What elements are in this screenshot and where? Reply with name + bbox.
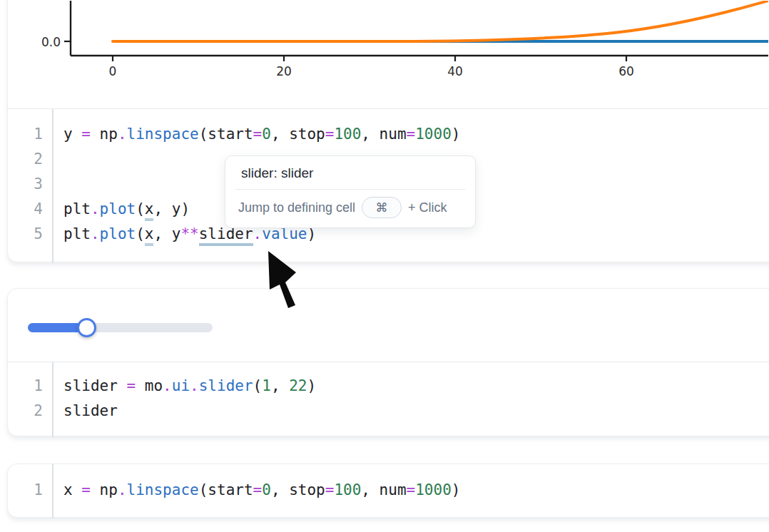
- code-editor-slider[interactable]: 1slider = mo.ui.slider(1, 22)2slider: [8, 362, 769, 437]
- cell-x: 1x = np.linspace(start=0, stop=100, num=…: [7, 464, 769, 518]
- tooltip-title: slider: slider: [225, 156, 475, 189]
- command-key-icon: ⌘: [362, 197, 402, 218]
- tooltip-click-label: + Click: [408, 200, 447, 215]
- code-token: slider: [199, 377, 253, 394]
- code-token: 1000: [415, 481, 452, 498]
- code-token: 0: [262, 126, 271, 143]
- code-token: plot: [100, 225, 136, 242]
- code-token: 1: [262, 377, 271, 394]
- code-token: mo: [136, 377, 163, 394]
- code-line[interactable]: 1x = np.linspace(start=0, stop=100, num=…: [8, 478, 769, 503]
- tooltip-action-label: Jump to defining cell: [238, 200, 355, 215]
- matplotlib-figure: 0.0 0 20 40 60: [8, 1, 768, 123]
- code-token: plot: [100, 200, 136, 218]
- code-token: linspace: [127, 126, 199, 143]
- mouse-cursor-icon: [263, 251, 300, 311]
- code-token: y: [63, 126, 81, 143]
- code-text: y = np.linspace(start=0, stop=100, num=1…: [52, 122, 460, 147]
- code-token: =: [325, 126, 335, 143]
- code-token: ): [452, 481, 461, 498]
- code-token: =: [81, 126, 91, 143]
- slider-output: [8, 289, 769, 362]
- line-number: 4: [8, 197, 52, 222]
- code-line[interactable]: 2slider: [8, 399, 769, 424]
- code-token: =: [253, 126, 263, 143]
- line-number: 2: [8, 147, 52, 172]
- code-token: =: [407, 481, 416, 498]
- code-token: plt: [63, 225, 91, 242]
- code-token: 22: [289, 377, 307, 394]
- code-token: .: [118, 126, 127, 143]
- code-token: (start: [199, 481, 253, 498]
- code-line[interactable]: 1slider = mo.ui.slider(1, 22): [8, 374, 769, 399]
- line-number: 1: [8, 122, 52, 147]
- code-token: ): [452, 126, 461, 143]
- x-tick-label: 0: [109, 64, 117, 78]
- code-token: (: [253, 377, 263, 394]
- code-text: x = np.linspace(start=0, stop=100, num=1…: [52, 478, 460, 503]
- code-text: [52, 172, 63, 197]
- tooltip-footer: Jump to defining cell ⌘ + Click: [225, 190, 475, 227]
- line-number: 3: [8, 172, 52, 197]
- code-token: , stop: [271, 126, 325, 143]
- code-text: slider = mo.ui.slider(1, 22): [52, 374, 316, 399]
- code-token: 100: [334, 126, 361, 143]
- line-number: 1: [8, 374, 52, 399]
- underlined-variable-token[interactable]: x: [145, 200, 154, 221]
- code-token: .: [91, 225, 100, 242]
- x-tick-label: 40: [447, 64, 463, 78]
- code-token: ui: [172, 377, 190, 394]
- code-token: , num: [361, 126, 406, 143]
- x-tick-label: 60: [618, 64, 634, 78]
- code-editor-x[interactable]: 1x = np.linspace(start=0, stop=100, num=…: [8, 464, 769, 518]
- code-token: =: [407, 126, 416, 143]
- line-number: 5: [8, 222, 52, 247]
- line-number: 1: [8, 478, 52, 503]
- code-token: slider: [63, 402, 118, 419]
- code-token: .: [190, 377, 199, 394]
- cell-slider: 1slider = mo.ui.slider(1, 22)2slider: [7, 288, 769, 436]
- code-token: =: [325, 481, 335, 498]
- code-token: plt: [63, 200, 91, 218]
- code-token: x: [63, 481, 81, 498]
- code-token: 100: [334, 481, 361, 498]
- code-token: (start: [199, 126, 253, 143]
- code-token: , stop: [271, 481, 325, 498]
- orange-curve-series: [113, 1, 768, 41]
- code-token: , y: [153, 225, 180, 242]
- code-token: .: [118, 481, 127, 498]
- code-token: np: [91, 126, 118, 143]
- code-token: ): [307, 377, 316, 394]
- code-token: np: [91, 481, 118, 498]
- notebook-canvas: 0.0 0 20 40 60 1y = np.linspace(start=0,…: [0, 0, 769, 532]
- code-token: (: [136, 200, 145, 218]
- code-token: =: [81, 481, 91, 498]
- underlined-variable-token[interactable]: x: [145, 225, 154, 246]
- code-token: , num: [361, 481, 406, 498]
- code-line[interactable]: 1y = np.linspace(start=0, stop=100, num=…: [8, 122, 769, 147]
- code-token: , y): [153, 200, 190, 218]
- plot-output: 0.0 0 20 40 60: [8, 0, 769, 109]
- slider-widget[interactable]: [28, 321, 213, 335]
- hovered-slider-token[interactable]: slider: [199, 225, 253, 246]
- slider-track[interactable]: [28, 323, 213, 332]
- slider-handle[interactable]: [77, 318, 96, 337]
- code-token: .: [91, 200, 100, 218]
- x-tick-label: 20: [276, 64, 292, 78]
- code-token: =: [127, 377, 136, 394]
- code-token: (: [136, 225, 145, 242]
- code-token: ,: [271, 377, 289, 394]
- code-text: slider: [52, 399, 118, 424]
- variable-tooltip: slider: slider Jump to defining cell ⌘ +…: [225, 155, 476, 228]
- line-number: 2: [8, 399, 52, 424]
- y-tick-label: 0.0: [41, 35, 61, 49]
- code-token: slider: [63, 377, 127, 394]
- code-text: [52, 147, 63, 172]
- code-token: **: [180, 225, 198, 242]
- code-text: plt.plot(x, y): [52, 197, 190, 222]
- code-token: .: [163, 377, 172, 394]
- code-token: 1000: [415, 126, 452, 143]
- code-token: =: [253, 481, 263, 498]
- code-token: linspace: [127, 481, 199, 498]
- code-token: 0: [262, 481, 271, 498]
